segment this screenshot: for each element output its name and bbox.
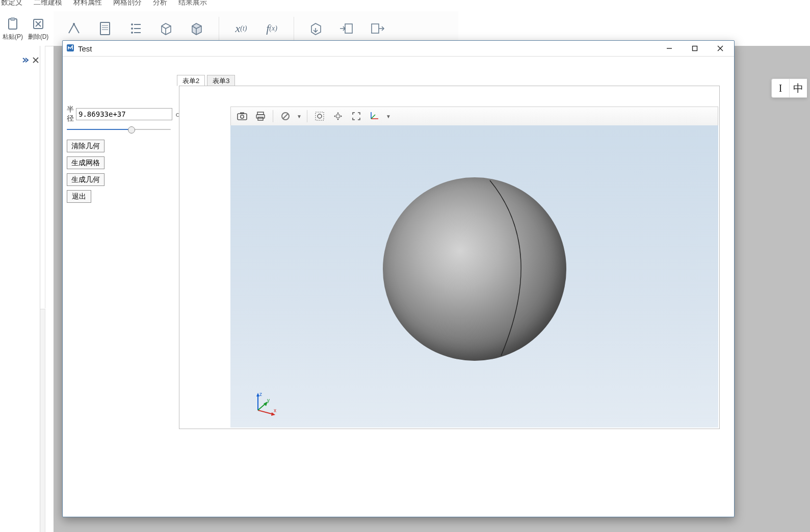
close-button[interactable] bbox=[708, 41, 733, 56]
fit-view-icon[interactable] bbox=[349, 109, 363, 123]
menu-item[interactable]: 数定义 bbox=[1, 0, 22, 9]
xt-function-icon[interactable]: x(t) bbox=[232, 20, 250, 37]
svg-rect-6 bbox=[100, 22, 110, 35]
svg-rect-33 bbox=[316, 112, 324, 120]
zoom-region-icon[interactable] bbox=[312, 109, 327, 123]
no-symbol-icon[interactable] bbox=[278, 109, 293, 123]
tree-icon[interactable] bbox=[127, 20, 144, 37]
delete-label: 删除(D) bbox=[28, 33, 49, 41]
radius-input[interactable] bbox=[76, 108, 172, 120]
paste-button[interactable]: 粘贴(P) bbox=[0, 16, 25, 41]
svg-line-42 bbox=[258, 410, 273, 414]
tab-form3[interactable]: 表单3 bbox=[207, 75, 235, 86]
titlebar[interactable]: Test bbox=[63, 41, 734, 57]
delete-icon bbox=[31, 16, 46, 32]
menu-item[interactable]: 网格剖分 bbox=[113, 0, 142, 9]
separator bbox=[219, 17, 219, 40]
svg-text:z: z bbox=[259, 391, 262, 397]
radius-label: 半径 bbox=[67, 105, 74, 123]
svg-point-34 bbox=[318, 114, 322, 118]
screenshot-icon[interactable] bbox=[235, 109, 249, 123]
axes-icon[interactable] bbox=[368, 109, 382, 123]
svg-line-32 bbox=[283, 114, 288, 119]
viewport-canvas[interactable]: z x y bbox=[230, 125, 718, 428]
chevron-down-icon[interactable]: ▼ bbox=[386, 114, 391, 119]
svg-rect-35 bbox=[336, 115, 339, 118]
menu-item[interactable]: 二维建模 bbox=[34, 0, 62, 9]
exit-button[interactable]: 退出 bbox=[67, 190, 91, 203]
ribbon-clipboard-group: 粘贴(P) 删除(D) bbox=[0, 11, 54, 46]
svg-line-38 bbox=[371, 115, 375, 119]
viewer-toolbar: ▼ ▼ bbox=[230, 107, 718, 126]
document-icon[interactable] bbox=[96, 20, 114, 37]
print-icon[interactable] bbox=[253, 109, 268, 123]
delete-button[interactable]: 删除(D) bbox=[25, 16, 51, 41]
app-icon bbox=[66, 43, 75, 54]
svg-point-5 bbox=[73, 23, 75, 25]
svg-rect-27 bbox=[240, 113, 244, 114]
menu-item[interactable]: 结果展示 bbox=[178, 0, 207, 9]
svg-rect-30 bbox=[258, 117, 263, 120]
rendered-sphere bbox=[383, 177, 566, 361]
svg-rect-25 bbox=[238, 114, 247, 120]
axis-triad: z x y bbox=[251, 390, 277, 416]
app-menu: 数定义 二维建模 材料属性 网格剖分 分析 结果展示 bbox=[0, 0, 207, 9]
ime-indicator[interactable]: I 中 bbox=[771, 78, 807, 98]
import-icon[interactable] bbox=[338, 20, 355, 37]
maximize-button[interactable] bbox=[682, 41, 708, 56]
generate-geometry-button[interactable]: 生成几何 bbox=[67, 173, 104, 186]
close-panel-icon[interactable] bbox=[33, 57, 39, 65]
generate-mesh-button[interactable]: 生成网格 bbox=[67, 156, 104, 169]
paste-icon bbox=[5, 16, 20, 32]
fx-function-icon[interactable]: f(x) bbox=[263, 20, 280, 37]
parameter-pane: 半径 cm 清除几何 生成网格 生成几何 退出 bbox=[67, 105, 171, 205]
minimize-button[interactable] bbox=[657, 41, 682, 56]
svg-rect-17 bbox=[372, 24, 379, 33]
svg-point-12 bbox=[131, 32, 133, 34]
chevron-down-icon[interactable]: ▼ bbox=[297, 114, 302, 119]
pan-icon[interactable] bbox=[331, 109, 345, 123]
dialog-window: Test 半径 cm 清除几何 生成网格 bbox=[62, 40, 735, 517]
dialog-title: Test bbox=[78, 44, 92, 53]
left-strip bbox=[0, 46, 40, 532]
svg-rect-16 bbox=[345, 24, 352, 33]
svg-point-11 bbox=[131, 28, 133, 30]
clear-geometry-button[interactable]: 清除几何 bbox=[67, 140, 104, 152]
expand-icon[interactable] bbox=[21, 57, 29, 65]
export-icon[interactable] bbox=[369, 20, 386, 37]
svg-point-10 bbox=[131, 23, 133, 25]
viewer-area: 表单2 表单3 ▼ bbox=[179, 74, 720, 429]
svg-text:x: x bbox=[274, 408, 276, 413]
svg-rect-1 bbox=[11, 18, 15, 20]
radius-slider[interactable] bbox=[67, 125, 171, 134]
solid-cube-icon[interactable] bbox=[188, 20, 205, 37]
svg-rect-22 bbox=[693, 46, 697, 51]
svg-point-26 bbox=[241, 115, 244, 118]
ime-mode-alpha[interactable]: I bbox=[772, 79, 789, 97]
sketch-icon[interactable] bbox=[66, 20, 83, 37]
viewer-frame: ▼ ▼ bbox=[179, 86, 720, 429]
paste-label: 粘贴(P) bbox=[3, 33, 23, 41]
svg-text:y: y bbox=[267, 397, 270, 403]
tab-form2[interactable]: 表单2 bbox=[177, 75, 205, 86]
wire-cube-icon[interactable] bbox=[158, 20, 175, 37]
menu-item[interactable]: 分析 bbox=[153, 0, 167, 9]
ime-mode-cjk[interactable]: 中 bbox=[789, 79, 807, 97]
menu-item[interactable]: 材料属性 bbox=[73, 0, 102, 9]
separator bbox=[294, 17, 294, 40]
export-cube-icon[interactable] bbox=[307, 20, 325, 37]
